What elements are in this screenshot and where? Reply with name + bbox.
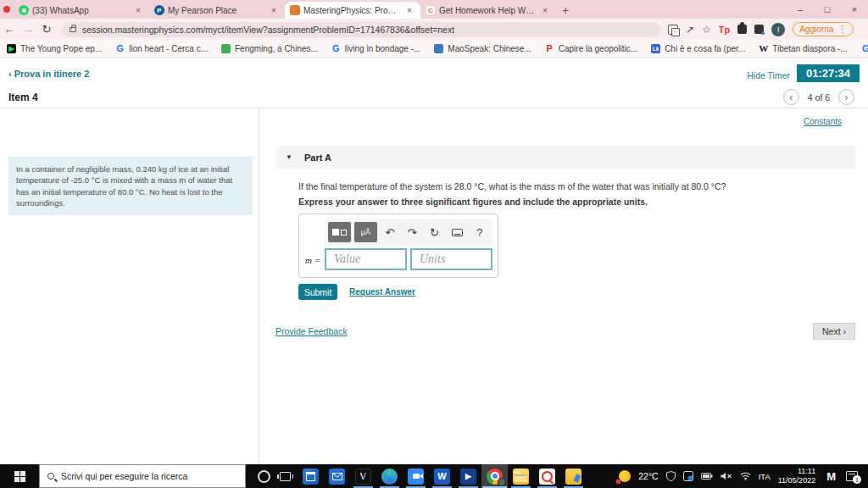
templates-button[interactable] — [328, 222, 351, 242]
tab-masteringphysics[interactable]: MasteringPhysics: Prova in itinere × — [285, 2, 420, 19]
back-button[interactable]: ← — [0, 23, 19, 36]
bookmark-lion-heart[interactable]: Glion heart - Cerca c... — [115, 44, 208, 53]
help-icon[interactable]: ? — [470, 226, 489, 239]
forward-button[interactable]: → — [19, 23, 37, 36]
temperature-text[interactable]: 22°C — [638, 471, 658, 481]
chrome-badge-icon — [498, 478, 506, 486]
word-icon: W — [434, 469, 450, 485]
close-icon[interactable]: × — [403, 5, 415, 15]
tab-title: (33) WhatsApp — [32, 6, 129, 15]
reload-button[interactable]: ↻ — [37, 23, 56, 36]
taskbar-zoom[interactable] — [403, 464, 429, 488]
units-button[interactable]: μÅ — [354, 222, 377, 242]
tab-chegg[interactable]: C Get Homework Help With Chegg × — [420, 2, 556, 19]
bookmark-fengming[interactable]: Fengming, a Chines... — [221, 44, 318, 53]
request-answer-link[interactable]: Request Answer — [349, 287, 415, 297]
taskbar-chrome[interactable] — [481, 464, 508, 488]
movies-tv-icon: ▶ — [460, 469, 476, 485]
close-icon[interactable]: × — [539, 5, 551, 15]
v-app-icon: V — [355, 469, 371, 485]
collapse-caret-icon[interactable]: ▼ — [286, 153, 292, 161]
back-to-assignment-link[interactable]: ‹ Prova in itinere 2 — [8, 69, 89, 79]
next-page-button[interactable]: Next › — [813, 323, 855, 340]
taskbar-explorer[interactable] — [508, 464, 534, 488]
bookmark-maospeak[interactable]: MaoSpeak: Chinese... — [434, 44, 531, 53]
menu-dots-icon[interactable]: ⋮ — [837, 24, 847, 35]
bookmark-tibetan-diaspora[interactable]: WTibetan diaspora -... — [759, 44, 848, 53]
extension-icon[interactable] — [754, 25, 764, 34]
taskbar-mail[interactable] — [324, 464, 350, 488]
bookmark-star-icon[interactable]: ☆ — [702, 24, 711, 36]
taskbar-store[interactable] — [298, 464, 324, 488]
keyboard-icon[interactable] — [452, 229, 463, 236]
part-a-header[interactable]: ▼ Part A — [275, 146, 855, 169]
units-input[interactable] — [410, 248, 492, 270]
google-icon: G — [861, 44, 868, 53]
redo-icon[interactable]: ↷ — [403, 226, 421, 239]
translate-icon[interactable] — [668, 25, 678, 35]
masteringphysics-icon — [290, 5, 300, 15]
tray-app-icon[interactable] — [683, 471, 693, 481]
pearson-icon: P — [154, 5, 164, 15]
tp-extension-icon[interactable]: Tp — [719, 25, 730, 35]
taskbar-word[interactable]: W — [429, 464, 455, 488]
task-view-icon[interactable] — [280, 472, 291, 481]
constants-link[interactable]: Constants — [804, 117, 842, 126]
close-icon[interactable]: × — [268, 5, 280, 15]
hide-timer-link[interactable]: Hide Timer — [747, 70, 790, 80]
new-tab-button[interactable]: + — [556, 2, 575, 19]
provide-feedback-link[interactable]: Provide Feedback — [275, 326, 348, 336]
minimize-button[interactable]: – — [787, 0, 814, 19]
taskbar-clock[interactable]: 11:11 11/05/2022 — [778, 467, 815, 486]
tab-pearson[interactable]: P My Pearson Place × — [149, 2, 285, 19]
next-item-button[interactable]: › — [838, 89, 854, 105]
bookmark-label: The Young Pope ep... — [20, 44, 102, 53]
bookmark-living-in-bondage[interactable]: Gliving in bondage -... — [331, 44, 421, 53]
divider — [0, 108, 868, 108]
bookmark-label: lion heart - Cerca c... — [129, 44, 208, 53]
taskbar-search-input[interactable]: Scrivi qui per eseguire la ricerca — [39, 464, 246, 488]
extensions-puzzle-icon[interactable] — [737, 25, 747, 34]
update-chrome-button[interactable]: Aggiorna ⋮ — [793, 22, 854, 36]
taskbar-movies[interactable]: ▶ — [455, 464, 481, 488]
tab-title: MasteringPhysics: Prova in itinere — [303, 6, 400, 15]
bookmark-capire-geopolitica[interactable]: PCapire la geopolitic... — [545, 44, 637, 53]
taskbar-v-app[interactable]: V — [350, 464, 376, 488]
red-white-app-icon — [539, 469, 555, 485]
timer-display: 01:27:34 — [797, 64, 860, 82]
mcafee-icon[interactable]: M — [826, 470, 835, 483]
system-tray: 22°C ITA 11:11 11/05/2022 M 1 — [619, 467, 868, 486]
submit-button[interactable]: Submit — [298, 284, 337, 300]
address-bar[interactable]: session.masteringphysics.com/myct/itemVi… — [61, 22, 661, 37]
taskbar-edge[interactable] — [376, 464, 403, 488]
taskbar-red-app[interactable] — [534, 464, 560, 488]
language-indicator[interactable]: ITA — [759, 472, 771, 481]
wifi-icon[interactable] — [740, 472, 751, 480]
cortana-icon[interactable] — [258, 470, 270, 483]
reset-icon[interactable]: ↻ — [425, 226, 443, 239]
yellow-folder-app-icon — [565, 469, 581, 485]
volume-muted-icon[interactable] — [721, 472, 732, 480]
value-input[interactable] — [325, 248, 407, 270]
restore-button[interactable]: □ — [814, 0, 841, 19]
equation-toolbar: μÅ ↶ ↷ ↻ ? — [325, 219, 492, 245]
security-shield-icon[interactable] — [666, 471, 676, 481]
battery-icon[interactable] — [701, 473, 713, 480]
close-window-button[interactable]: × — [841, 0, 868, 19]
tab-whatsapp[interactable]: (33) WhatsApp × — [14, 2, 149, 19]
profile-avatar[interactable]: I — [771, 23, 785, 36]
edge-icon — [381, 469, 398, 485]
weather-sun-icon[interactable] — [619, 470, 631, 482]
notification-center-icon[interactable]: 1 — [846, 471, 858, 481]
start-button[interactable] — [0, 464, 39, 488]
mail-icon — [329, 469, 345, 485]
share-icon[interactable]: ↗ — [686, 24, 694, 36]
bookmark-jihad[interactable]: Gjihad - Cerca con G... — [861, 44, 868, 53]
search-placeholder: Scrivi qui per eseguire la ricerca — [61, 471, 187, 481]
bookmark-young-pope[interactable]: ▶The Young Pope ep... — [7, 44, 102, 53]
taskbar-yellow-app[interactable] — [560, 464, 587, 488]
previous-item-button[interactable]: ‹ — [783, 89, 799, 105]
bookmark-chi-e-cosa-fa[interactable]: LkChi è e cosa fa (per... — [651, 44, 745, 53]
close-icon[interactable]: × — [132, 5, 144, 15]
undo-icon[interactable]: ↶ — [381, 226, 399, 239]
